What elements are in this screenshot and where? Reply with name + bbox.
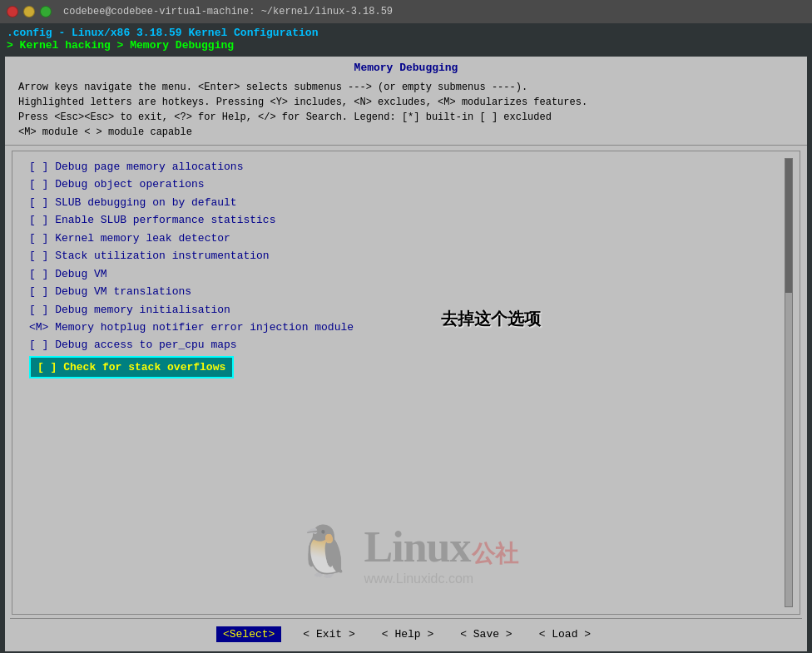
selected-menu-item[interactable]: [ ] Check for stack overflows — [12, 356, 800, 378]
button-bar: <Select> < Exit > < Help > < Save > < Lo… — [10, 618, 802, 650]
exit-button[interactable]: < Exit > — [298, 626, 359, 642]
config-title-bar: Memory Debugging — [5, 57, 807, 77]
terminal-body: .config - Linux/x86 3.18.59 Kernel Confi… — [0, 23, 812, 653]
close-button[interactable] — [7, 6, 18, 17]
list-item[interactable]: [ ] Kernel memory leak detector — [12, 230, 800, 247]
maximize-button[interactable] — [40, 6, 52, 17]
list-item[interactable]: [ ] Debug object operations — [12, 176, 800, 193]
instruction-line-1: Arrow keys navigate the menu. <Enter> se… — [18, 80, 794, 95]
help-button[interactable]: < Help > — [377, 626, 438, 642]
save-button[interactable]: < Save > — [455, 626, 517, 642]
config-path-line2: > Kernel hacking > Memory Debugging — [7, 39, 805, 52]
highlighted-option[interactable]: [ ] Check for stack overflows — [29, 356, 234, 378]
menu-container: [ ] Debug page memory allocations [ ] De… — [12, 151, 800, 615]
instructions-panel: Arrow keys navigate the menu. <Enter> se… — [5, 77, 807, 143]
main-window: codebee@codebee-virtual-machine: ~/kerne… — [0, 0, 812, 653]
load-button[interactable]: < Load > — [534, 626, 596, 642]
select-button[interactable]: <Select> — [216, 626, 281, 642]
list-item[interactable]: [ ] Stack utilization instrumentation — [12, 247, 800, 265]
menu-list: [ ] Debug page memory allocations [ ] De… — [12, 151, 800, 385]
window-title: codebee@codebee-virtual-machine: ~/kerne… — [63, 6, 393, 17]
terminal-header: .config - Linux/x86 3.18.59 Kernel Confi… — [0, 23, 812, 55]
list-item[interactable]: [ ] Debug page memory allocations — [12, 158, 800, 176]
list-item[interactable]: <M> Memory hotplug notifier error inject… — [12, 319, 800, 336]
list-item[interactable]: [ ] Debug memory initialisation — [12, 301, 800, 319]
config-title: Memory Debugging — [354, 62, 458, 74]
instruction-line-4: <M> module < > module capable — [18, 125, 794, 140]
list-item[interactable]: [ ] Debug access to per_cpu maps — [12, 336, 800, 354]
config-path-line1: .config - Linux/x86 3.18.59 Kernel Confi… — [7, 27, 805, 39]
list-item[interactable]: [ ] Debug VM translations — [12, 283, 800, 300]
scrollbar[interactable] — [785, 158, 793, 607]
minimize-button[interactable] — [23, 6, 35, 17]
scrollbar-thumb[interactable] — [785, 159, 792, 293]
list-item[interactable]: [ ] Enable SLUB performance statistics — [12, 211, 800, 229]
instruction-line-2: Highlighted letters are hotkeys. Pressin… — [18, 95, 794, 110]
config-panel: Memory Debugging Arrow keys navigate the… — [5, 57, 807, 651]
titlebar: codebee@codebee-virtual-machine: ~/kerne… — [0, 0, 812, 23]
instruction-line-3: Press <Esc><Esc> to exit, <?> for Help, … — [18, 110, 794, 125]
list-item[interactable]: [ ] SLUB debugging on by default — [12, 194, 800, 211]
list-item[interactable]: [ ] Debug VM — [12, 265, 800, 283]
